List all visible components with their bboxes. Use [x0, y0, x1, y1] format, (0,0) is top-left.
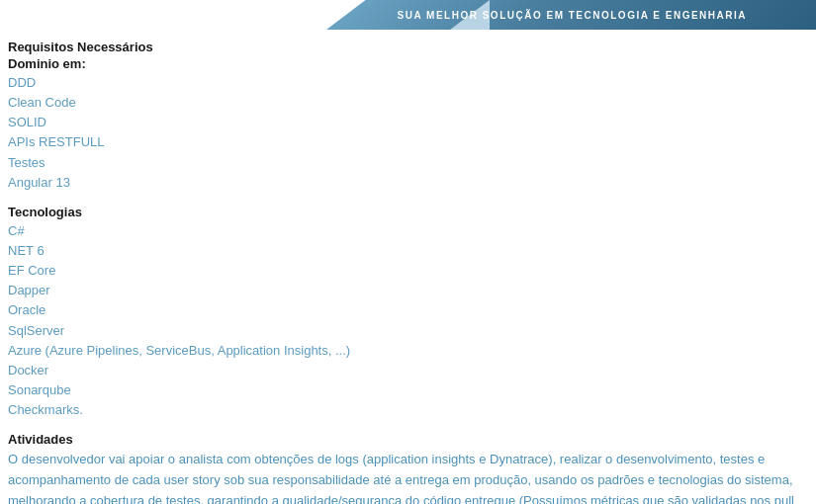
main-content: Requisitos Necessários Dominio em: DDD C…: [0, 30, 816, 504]
list-item: SOLID: [8, 113, 808, 132]
list-item: Clean Code: [8, 93, 808, 113]
list-item: APIs RESTFULL: [8, 132, 808, 152]
list-item: Sonarqube: [8, 380, 808, 400]
tecnologias-title: Tecnologias: [8, 205, 808, 219]
requisitos-title: Requisitos Necessários: [8, 40, 808, 54]
tecnologias-items: C# NET 6 EF Core Dapper Oracle SqlServer…: [8, 221, 808, 420]
list-item: Testes: [8, 153, 808, 173]
header-slogan: SUA MELHOR SOLUÇÃO EM TECNOLOGIA E ENGEN…: [398, 10, 747, 21]
list-item: Checkmarks.: [8, 400, 808, 420]
list-item: SqlServer: [8, 321, 808, 341]
atividades-section: Atividades O desenvolvedor vai apoiar o …: [8, 432, 808, 504]
list-item: Dapper: [8, 281, 808, 300]
list-item: Oracle: [8, 300, 808, 320]
atividades-title: Atividades: [8, 432, 808, 447]
list-item: DDD: [8, 73, 808, 93]
list-item: Angular 13: [8, 173, 808, 193]
list-item: NET 6: [8, 241, 808, 261]
list-item: Docker: [8, 361, 808, 380]
requisitos-items: DDD Clean Code SOLID APIs RESTFULL Teste…: [8, 73, 808, 193]
list-item: C#: [8, 221, 808, 241]
tecnologias-section: Tecnologias C# NET 6 EF Core Dapper Orac…: [8, 205, 808, 420]
atividades-text: O desenvolvedor vai apoiar o analista co…: [8, 450, 808, 504]
requisitos-section: Requisitos Necessários Dominio em: DDD C…: [8, 40, 808, 193]
header-banner: SUA MELHOR SOLUÇÃO EM TECNOLOGIA E ENGEN…: [0, 0, 816, 30]
list-item: Azure (Azure Pipelines, ServiceBus, Appl…: [8, 341, 808, 361]
list-item: EF Core: [8, 261, 808, 281]
requisitos-subtitle: Dominio em:: [8, 56, 808, 71]
